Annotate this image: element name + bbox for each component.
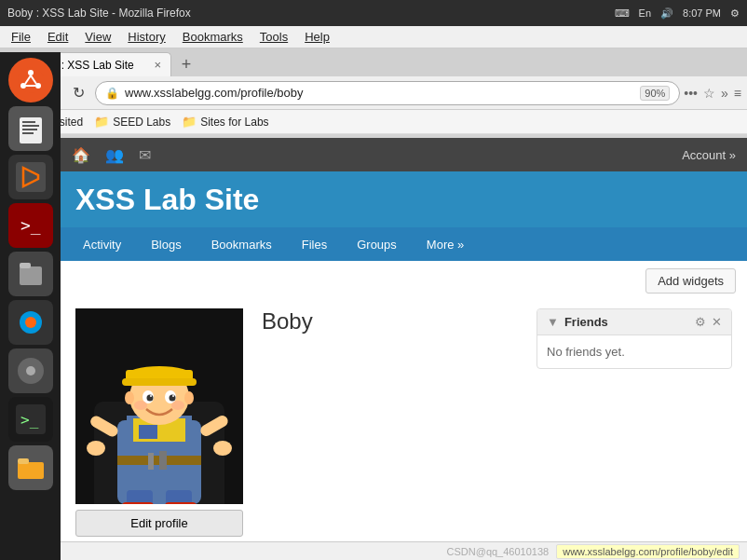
nav-files[interactable]: Files bbox=[287, 227, 342, 261]
edit-profile-button[interactable]: Edit profile bbox=[75, 510, 243, 537]
mail-icon[interactable]: ✉ bbox=[139, 146, 151, 164]
menu-help[interactable]: Help bbox=[297, 28, 337, 46]
svg-rect-39 bbox=[122, 378, 197, 386]
menu-tools[interactable]: Tools bbox=[252, 28, 295, 46]
profile-photo bbox=[75, 308, 243, 504]
status-url-hint: www.xsslabelgg.com/profile/boby/edit bbox=[556, 544, 740, 559]
bookmark-icon[interactable]: ☆ bbox=[703, 86, 715, 101]
svg-point-19 bbox=[25, 317, 36, 328]
add-widgets-button[interactable]: Add widgets bbox=[645, 268, 736, 294]
url-text: www.xsslabelgg.com/profile/boby bbox=[125, 86, 634, 100]
title-text: Boby : XSS Lab Site - Mozilla Firefox bbox=[7, 7, 191, 20]
no-friends-text: No friends yet. bbox=[547, 345, 625, 359]
friends-close-icon[interactable]: ✕ bbox=[712, 315, 722, 329]
people-icon[interactable]: 👥 bbox=[105, 146, 124, 164]
site-title: XSS Lab Site bbox=[75, 183, 259, 217]
menu-bookmarks[interactable]: Bookmarks bbox=[175, 28, 251, 46]
addressbar: ◀ ▶ ↻ 🔒 www.xsslabelgg.com/profile/boby … bbox=[0, 76, 747, 110]
svg-rect-35 bbox=[159, 451, 167, 470]
menu-file[interactable]: File bbox=[4, 28, 38, 46]
nav-more[interactable]: More » bbox=[412, 227, 479, 261]
bookmark-sites-for-labs-label: Sites for Labs bbox=[200, 116, 268, 129]
svg-rect-24 bbox=[18, 462, 44, 479]
svg-point-47 bbox=[171, 401, 184, 410]
svg-point-42 bbox=[147, 395, 154, 402]
svg-rect-16 bbox=[20, 266, 42, 285]
svg-point-45 bbox=[172, 395, 174, 397]
site-header: XSS Lab Site bbox=[61, 171, 747, 227]
profile-center: Boby bbox=[262, 308, 518, 537]
tabbar: 🦊 Boby : XSS Lab Site × + bbox=[0, 48, 747, 76]
svg-rect-32 bbox=[139, 425, 157, 439]
friends-body: No friends yet. bbox=[537, 335, 731, 368]
clock: 8:07 PM bbox=[683, 7, 721, 19]
svg-rect-25 bbox=[18, 458, 29, 464]
sidebar-icon-folder[interactable] bbox=[8, 445, 53, 490]
statusbar: CSDN@qq_46010138 www.xsslabelgg.com/prof… bbox=[0, 541, 747, 560]
lock-icon: 🔒 bbox=[105, 87, 119, 100]
language-indicator: En bbox=[639, 7, 651, 19]
menu-edit[interactable]: Edit bbox=[40, 28, 75, 46]
sidebar: >_ >_ bbox=[0, 52, 61, 560]
titlebar: Boby : XSS Lab Site - Mozilla Firefox ⌨ … bbox=[0, 0, 747, 26]
nav-groups[interactable]: Groups bbox=[342, 227, 412, 261]
friends-header: ▼ Friends ⚙ ✕ bbox=[537, 309, 731, 335]
folder-icon-seed: 📁 bbox=[94, 115, 109, 129]
content-header-bar: 🏠 👥 ✉ Account » bbox=[61, 138, 747, 171]
svg-rect-57 bbox=[165, 502, 197, 504]
svg-rect-12 bbox=[16, 162, 46, 192]
svg-point-21 bbox=[26, 366, 35, 376]
sidebar-icon-text-editor[interactable] bbox=[8, 106, 53, 151]
url-icons: ••• ☆ » ≡ bbox=[684, 86, 741, 101]
friends-icons: ⚙ ✕ bbox=[695, 315, 722, 329]
sidebar-icon-terminal-red[interactable]: >_ bbox=[8, 203, 53, 248]
profile-right: ▼ Friends ⚙ ✕ No friends yet. bbox=[536, 308, 732, 537]
browser-content: 🏠 👥 ✉ Account » XSS Lab Site Activity Bl… bbox=[61, 138, 747, 560]
friends-widget: ▼ Friends ⚙ ✕ No friends yet. bbox=[536, 308, 732, 369]
sidebar-icon-sublime[interactable] bbox=[8, 155, 53, 199]
zoom-level: 90% bbox=[640, 86, 670, 101]
bookmark-seed-labs-label: SEED Labs bbox=[113, 116, 170, 129]
sidebar-icon-ubuntu[interactable] bbox=[8, 58, 53, 102]
svg-rect-9 bbox=[22, 125, 39, 127]
svg-rect-56 bbox=[122, 502, 154, 504]
nav-activity[interactable]: Activity bbox=[68, 227, 136, 261]
volume-icon: 🔊 bbox=[660, 7, 673, 20]
svg-rect-11 bbox=[22, 132, 34, 134]
svg-point-46 bbox=[134, 401, 147, 410]
menu-history[interactable]: History bbox=[120, 28, 172, 46]
folder-icon-sites: 📁 bbox=[182, 115, 197, 129]
settings-icon[interactable]: ⚙ bbox=[730, 7, 740, 20]
extra-tools-icon[interactable]: » bbox=[721, 86, 728, 101]
svg-point-53 bbox=[213, 441, 232, 456]
hamburger-menu-icon[interactable]: ≡ bbox=[734, 86, 741, 101]
home-icon[interactable]: 🏠 bbox=[72, 146, 90, 164]
bookmark-seed-labs[interactable]: 📁 SEED Labs bbox=[94, 115, 170, 129]
menu-view[interactable]: View bbox=[77, 28, 118, 46]
url-bar[interactable]: 🔒 www.xsslabelgg.com/profile/boby 90% bbox=[95, 81, 680, 105]
bookmark-sites-for-labs[interactable]: 📁 Sites for Labs bbox=[182, 115, 268, 129]
account-button[interactable]: Account » bbox=[682, 148, 736, 162]
sidebar-icon-terminal[interactable]: >_ bbox=[8, 397, 53, 442]
sidebar-icon-files[interactable] bbox=[8, 252, 53, 296]
tab-close-button[interactable]: × bbox=[154, 58, 161, 72]
svg-point-48 bbox=[125, 391, 134, 404]
new-tab-button[interactable]: + bbox=[173, 52, 199, 76]
nav-bookmarks[interactable]: Bookmarks bbox=[197, 227, 287, 261]
bookmarksbar: ★ Most Visited 📁 SEED Labs 📁 Sites for L… bbox=[0, 110, 747, 134]
svg-point-49 bbox=[184, 391, 194, 404]
reload-button[interactable]: ↻ bbox=[65, 80, 91, 106]
more-options-icon[interactable]: ••• bbox=[684, 86, 698, 101]
friends-gear-icon[interactable]: ⚙ bbox=[695, 315, 706, 329]
svg-rect-34 bbox=[148, 453, 154, 470]
sidebar-icon-firefox[interactable] bbox=[8, 300, 53, 345]
watermark-text: CSDN@qq_46010138 bbox=[447, 546, 550, 557]
svg-point-44 bbox=[150, 395, 152, 397]
nav-blogs[interactable]: Blogs bbox=[136, 227, 197, 261]
site-nav: Activity Blogs Bookmarks Files Groups Mo… bbox=[61, 227, 747, 261]
svg-point-52 bbox=[87, 441, 105, 456]
svg-rect-8 bbox=[22, 121, 35, 123]
svg-rect-54 bbox=[127, 490, 153, 504]
svg-point-1 bbox=[28, 70, 34, 75]
sidebar-icon-wrench[interactable] bbox=[8, 348, 53, 393]
